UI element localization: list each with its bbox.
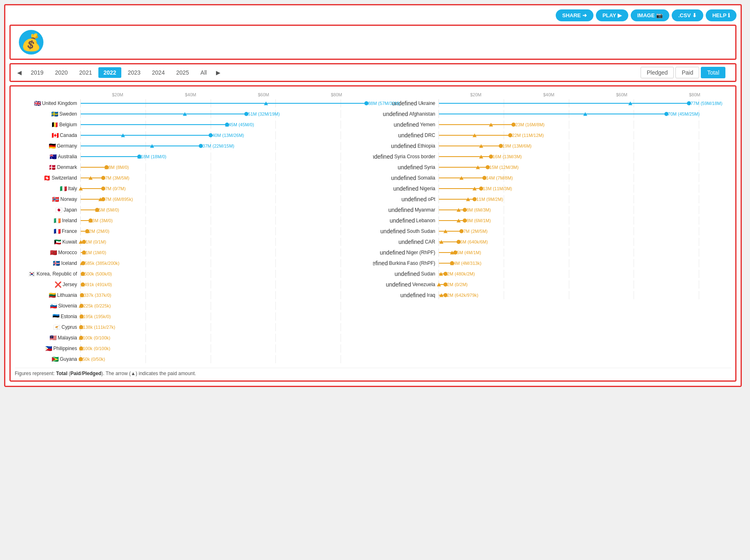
grid-line: [341, 195, 341, 203]
play-button[interactable]: PLAY ▶: [596, 9, 628, 21]
paid-triangle: [479, 155, 483, 159]
grid-line: [211, 270, 211, 278]
list-item: undefinedUkraine77M (59M/18M): [373, 98, 731, 109]
flag-icon: undefined: [390, 217, 415, 224]
grid-line: [145, 312, 146, 321]
donor-name-cell: 🇨🇾Cyprus: [15, 324, 80, 330]
grid-line: [634, 238, 634, 246]
list-item: undefinedIraq2M (642k/979k): [373, 290, 731, 300]
bar-line: [439, 146, 501, 146]
flag-icon: undefined: [398, 132, 423, 139]
grid-line: [341, 227, 341, 235]
grid-line: [211, 344, 211, 353]
year-2024[interactable]: 2024: [147, 67, 170, 78]
list-item: undefinedCAR6M (640k/6M): [373, 237, 731, 247]
total-dot: [79, 357, 83, 361]
grid-line: [569, 259, 569, 267]
bar-value-label: 11M (9M/2M): [476, 197, 503, 202]
image-button[interactable]: IMAGE 📷: [631, 9, 669, 21]
grid-line: [341, 344, 341, 353]
grid-line: [145, 334, 146, 342]
grid-line: [275, 302, 276, 310]
paid-triangle: [473, 134, 477, 137]
grid-line: [699, 121, 699, 129]
bar-value-label: 77M (59M/18M): [691, 101, 723, 106]
list-item: undefinedSomalia14M (7M/8M): [373, 173, 731, 183]
grid-line: [699, 163, 699, 171]
year-2025[interactable]: 2025: [171, 67, 194, 78]
grid-line: [569, 280, 569, 289]
total-dot: [450, 261, 454, 265]
next-year-button[interactable]: ▶: [214, 68, 223, 77]
donor-name-cell: undefinedAfghanistan: [373, 111, 439, 117]
list-item: undefinedVenezuela2M (0/2M): [373, 279, 731, 290]
total-dot: [137, 155, 141, 159]
list-item: 🇬🇾Guyana50k (0/50k): [15, 354, 373, 364]
donor-name-cell: 🇲🇦Morocco: [15, 249, 80, 256]
total-dot: [489, 155, 493, 159]
help-button[interactable]: HELP ℹ: [706, 9, 736, 21]
flag-icon: 🇮🇪: [54, 217, 61, 224]
bar-value-label: 51M (32M/19M): [248, 112, 280, 116]
csv-button[interactable]: .CSV ⬇: [672, 9, 703, 21]
paid-triangle: [583, 112, 587, 116]
flag-icon: undefined: [383, 111, 408, 117]
grid-line: [211, 195, 211, 203]
grid-line: [634, 216, 634, 225]
total-dot: [463, 208, 467, 212]
total-button[interactable]: Total: [701, 67, 725, 78]
bar-line: [439, 167, 488, 168]
grid-line: [504, 270, 504, 278]
year-2021[interactable]: 2021: [74, 67, 97, 78]
donor-name-cell: 🇬🇧United Kingdom: [15, 100, 80, 107]
list-item: undefinedNigeria13M (11M/3M): [373, 183, 731, 194]
year-2022[interactable]: 2022: [98, 67, 121, 78]
bar-line: [439, 124, 514, 125]
grid-line: [275, 344, 276, 353]
grid-line: [634, 174, 634, 182]
donor-name-cell: undefinedSomalia: [373, 175, 439, 181]
grid-line: [634, 153, 634, 161]
donor-name-cell: 🇩🇰Denmark: [15, 164, 80, 171]
flag-icon: undefined: [386, 281, 411, 288]
donor-name-cell: undefinedNigeria: [373, 185, 439, 192]
year-2023[interactable]: 2023: [123, 67, 145, 78]
flag-icon: undefined: [380, 249, 405, 256]
bar-area: 2M (0/2M): [439, 280, 731, 289]
grid-line: [634, 184, 634, 193]
bar-value-label: 18M (18M/0): [141, 154, 166, 159]
grid-line: [504, 238, 504, 246]
share-button[interactable]: SHARE ➜: [556, 9, 593, 21]
year-all[interactable]: All: [195, 67, 212, 78]
prev-year-button[interactable]: ◀: [15, 68, 24, 77]
paid-triangle: [473, 187, 477, 191]
grid-line: [699, 184, 699, 193]
year-2020[interactable]: 2020: [50, 67, 73, 78]
grid-line: [211, 227, 211, 235]
list-item: 🇫🇷France2M (2M/0): [15, 226, 373, 237]
grid-line: [275, 121, 276, 129]
donor-name-cell: 🇧🇪Belgium: [15, 121, 80, 128]
footnote: Figures represent: Total (Paid/Pledged).…: [15, 368, 731, 376]
list-item: 🇨🇭Switzerland7M (3M/5M): [15, 173, 373, 183]
paid-triangle: [457, 208, 461, 212]
paid-button[interactable]: Paid: [675, 67, 699, 78]
bar-area: 16M (13M/3M): [439, 153, 731, 161]
list-item: 🇯🇵Japan5M (5M/0): [15, 205, 373, 215]
main-container: SHARE ➜ PLAY ▶ IMAGE 📷 .CSV ⬇ HELP ℹ 💰: [4, 4, 742, 387]
grid-line: [699, 238, 699, 246]
donor-name-cell: 🇸🇪Sweden: [15, 111, 80, 117]
flag-icon: 🇪🇪: [52, 313, 59, 320]
grid-line: [145, 355, 146, 363]
donor-name-cell: 🇰🇼Kuwait: [15, 239, 80, 245]
list-item: undefinedoPt11M (9M/2M): [373, 194, 731, 205]
pledged-button[interactable]: Pledged: [641, 67, 674, 78]
year-2019[interactable]: 2019: [26, 67, 48, 78]
total-dot: [81, 282, 85, 287]
total-dot: [81, 261, 85, 265]
grid-line: [211, 248, 211, 257]
paid-triangle: [457, 219, 461, 223]
grid-line: [211, 323, 211, 331]
donor-name-cell: undefinedSyria Cross border: [373, 153, 439, 160]
grid-line: [145, 248, 146, 257]
